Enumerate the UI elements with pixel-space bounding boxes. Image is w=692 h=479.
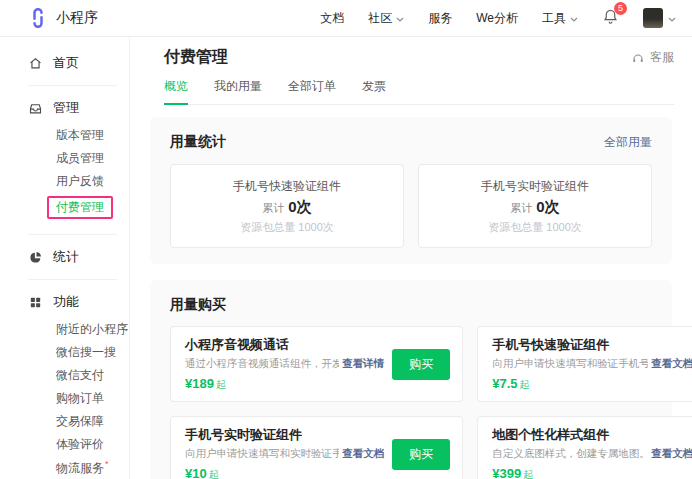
sidebar-item-home[interactable]: 首页 <box>0 49 129 77</box>
purchase-item-phone-quick-verify: 手机号快速验证组件 向用户申请快速填写和验证手机号。 查看文档 ¥7.5起 购买 <box>477 326 692 402</box>
sub-item-label: 版本管理 <box>56 128 104 142</box>
tab-all-orders[interactable]: 全部订单 <box>288 78 336 104</box>
product-name: 手机号快速验证组件 <box>492 336 692 354</box>
sidebar-item-user-feedback[interactable]: 用户反馈 <box>0 170 129 193</box>
product-price-unit: 起 <box>523 469 533 479</box>
sub-item-label: 交易保障 <box>56 414 104 428</box>
tab-overview[interactable]: 概览 <box>164 78 188 105</box>
account-menu[interactable] <box>643 8 676 28</box>
product-name: 地图个性化样式组件 <box>492 426 692 444</box>
sidebar-item-features[interactable]: 功能 <box>0 288 129 316</box>
top-header: 小程序 文档 社区 服务 We分析 工具 5 <box>0 0 692 37</box>
product-price-unit: 起 <box>209 469 219 479</box>
nav-we-analytics[interactable]: We分析 <box>476 10 518 27</box>
avatar <box>643 8 663 28</box>
stat-value: 0次 <box>288 198 311 215</box>
buy-button[interactable]: 购买 <box>392 439 450 470</box>
purchase-item-map-custom-style: 地图个性化样式组件 自定义底图样式，创建专属地图。 查看文档 ¥399起 购买 <box>477 416 692 479</box>
product-price-row: ¥7.5起 <box>492 374 692 392</box>
product-name: 小程序音视频通话 <box>185 336 384 354</box>
product-price-row: ¥189起 <box>185 374 384 392</box>
sidebar-item-payment-manage[interactable]: 付费管理 <box>0 193 129 222</box>
chevron-down-icon <box>396 11 404 25</box>
sidebar-item-wechat-pay[interactable]: 微信支付 <box>0 364 129 387</box>
sidebar-item-version-manage[interactable]: 版本管理 <box>0 124 129 147</box>
sidebar-item-member-manage[interactable]: 成员管理 <box>0 147 129 170</box>
view-detail-link[interactable]: 查看详情 <box>342 357 384 371</box>
tab-my-usage[interactable]: 我的用量 <box>214 78 262 104</box>
sidebar-item-label: 首页 <box>53 54 79 72</box>
top-nav: 文档 社区 服务 We分析 工具 5 <box>320 8 676 28</box>
app-logo[interactable]: 小程序 <box>28 8 98 28</box>
view-doc-link[interactable]: 查看文档 <box>342 447 384 461</box>
annotation-highlight-box: 付费管理 <box>47 196 113 219</box>
stat-box-phone-realtime-verify: 手机号实时验证组件 累计0次 资源包总量 1000次 <box>418 164 652 248</box>
customer-support-link[interactable]: 客服 <box>631 49 674 66</box>
stat-package-info: 资源包总量 1000次 <box>240 220 334 235</box>
miniprogram-logo-icon <box>28 8 48 28</box>
product-description: 向用户申请快速填写和实时验证手... <box>185 447 339 461</box>
headset-icon <box>631 51 645 65</box>
sidebar-item-wechat-search[interactable]: 微信搜一搜 <box>0 341 129 364</box>
sidebar-item-logistics-service[interactable]: 物流服务* <box>0 456 129 479</box>
view-doc-link[interactable]: 查看文档 <box>651 447 692 461</box>
sub-item-label: 用户反馈 <box>56 174 104 188</box>
view-doc-link[interactable]: 查看文档 <box>651 357 692 371</box>
sidebar-divider <box>28 279 117 280</box>
sidebar-item-shopping-orders[interactable]: 购物订单 <box>0 387 129 410</box>
nav-label: 文档 <box>320 10 344 27</box>
nav-tools[interactable]: 工具 <box>542 10 578 27</box>
stat-name: 手机号实时验证组件 <box>481 178 589 195</box>
product-price-unit: 起 <box>520 379 530 390</box>
product-description: 通过小程序音视频通话组件，开发... <box>185 357 339 371</box>
sidebar-item-label: 功能 <box>53 293 79 311</box>
grid-icon <box>28 295 43 310</box>
sidebar-item-label: 管理 <box>53 99 79 117</box>
buy-button[interactable]: 购买 <box>392 349 450 380</box>
inbox-icon <box>28 101 43 116</box>
home-icon <box>28 56 43 71</box>
sidebar-item-trade-guarantee[interactable]: 交易保障 <box>0 410 129 433</box>
stat-box-phone-quick-verify: 手机号快速验证组件 累计0次 资源包总量 1000次 <box>170 164 404 248</box>
usage-stats-title: 用量统计 <box>170 133 226 151</box>
main-content: 付费管理 客服 概览 我的用量 全部订单 发票 <box>130 37 692 479</box>
notification-bell[interactable]: 5 <box>602 8 619 28</box>
nav-services[interactable]: 服务 <box>428 10 452 27</box>
pie-chart-icon <box>28 250 43 265</box>
product-description: 向用户申请快速填写和验证手机号。 <box>492 357 648 371</box>
stat-total: 累计0次 <box>510 198 559 217</box>
sidebar-item-experience-rating[interactable]: 体验评价 <box>0 433 129 456</box>
stat-total-label: 累计 <box>510 202 532 214</box>
product-price-unit: 起 <box>216 379 226 390</box>
nav-label: We分析 <box>476 10 518 27</box>
sidebar-item-manage[interactable]: 管理 <box>0 94 129 122</box>
sidebar-item-statistics[interactable]: 统计 <box>0 243 129 271</box>
stat-total: 累计0次 <box>262 198 311 217</box>
all-usage-link[interactable]: 全部用量 <box>604 134 652 151</box>
sub-item-label: 附近的小程序 <box>56 322 128 336</box>
purchase-item-phone-realtime-verify: 手机号实时验证组件 向用户申请快速填写和实时验证手... 查看文档 ¥10起 购… <box>170 416 463 479</box>
sub-item-label: 微信支付 <box>56 368 104 382</box>
sidebar-divider <box>28 234 117 235</box>
support-label: 客服 <box>650 49 674 66</box>
stat-name: 手机号快速验证组件 <box>233 178 341 195</box>
notification-count-badge: 5 <box>614 2 627 15</box>
nav-docs[interactable]: 文档 <box>320 10 344 27</box>
logo-label: 小程序 <box>56 9 98 27</box>
tab-invoice[interactable]: 发票 <box>362 78 386 104</box>
manage-sublist: 版本管理 成员管理 用户反馈 付费管理 <box>0 122 129 226</box>
stat-total-label: 累计 <box>262 202 284 214</box>
product-price: ¥7.5 <box>492 376 517 391</box>
sub-item-label: 物流服务 <box>56 461 104 475</box>
nav-community[interactable]: 社区 <box>368 10 404 27</box>
chevron-down-icon <box>570 11 578 25</box>
purchase-item-av-call: 小程序音视频通话 通过小程序音视频通话组件，开发... 查看详情 ¥189起 购… <box>170 326 463 402</box>
sub-item-label: 微信搜一搜 <box>56 345 116 359</box>
sidebar-item-nearby-miniprogram[interactable]: 附近的小程序 <box>0 318 129 341</box>
nav-label: 社区 <box>368 10 392 27</box>
sub-item-label: 成员管理 <box>56 151 104 165</box>
page-title: 付费管理 <box>164 47 228 68</box>
product-name: 手机号实时验证组件 <box>185 426 384 444</box>
nav-label: 服务 <box>428 10 452 27</box>
sub-item-label: 购物订单 <box>56 391 104 405</box>
